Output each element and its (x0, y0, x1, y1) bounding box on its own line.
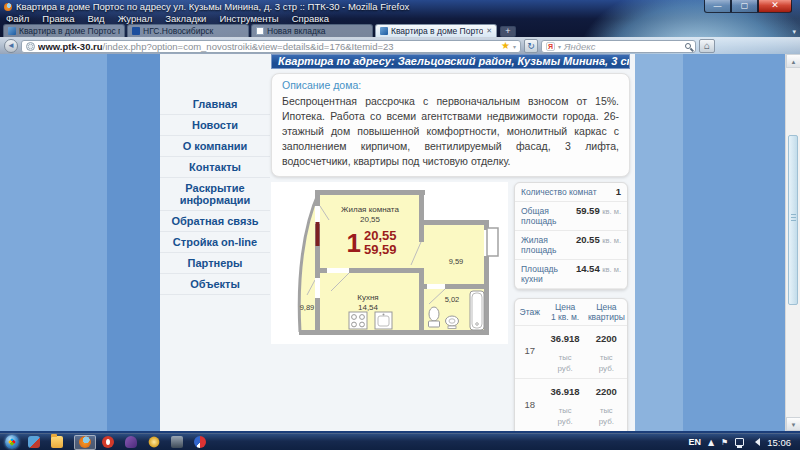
detail-value: 1 (616, 186, 621, 197)
sidebar-item[interactable]: Партнеры (160, 253, 270, 274)
firefox-taskbar-slot[interactable] (74, 435, 96, 450)
home-button[interactable]: ⌂ (699, 39, 715, 53)
bathtub-icon (470, 291, 484, 330)
sidebar-item[interactable]: Обратная связь (160, 211, 270, 232)
language-indicator[interactable]: EN (688, 437, 701, 447)
living-room-label: Жилая комната (341, 205, 399, 214)
description-text: Беспроцентная рассрочка с первоначальным… (282, 94, 619, 169)
stove-icon (349, 312, 367, 329)
scroll-down-icon[interactable]: ▼ (786, 417, 800, 431)
entrance-door (487, 228, 498, 256)
sidebar-item[interactable]: О компании (160, 136, 270, 157)
sidebar-item[interactable]: Стройка on-line (160, 232, 270, 253)
menu-item[interactable]: Закладки (165, 13, 206, 24)
bookmark-star-icon[interactable]: ★ (501, 41, 510, 51)
ptk-favicon-icon (8, 27, 16, 35)
detail-row: Площадь кухни 14.54 кв. м. (515, 260, 627, 289)
search-input[interactable]: Яндекс (564, 41, 682, 52)
close-button[interactable]: ✕ (758, 0, 792, 13)
kitchen-label: Кухня (357, 293, 378, 302)
action-center-flag-icon[interactable]: ⚑ (721, 438, 728, 447)
plan-and-details-row: Жилая комната 20,55 1 20,55 59,59 9,59 К… (271, 182, 630, 433)
app-round-icon[interactable] (194, 436, 206, 448)
price-per-sqm: 36.918 (551, 333, 580, 344)
tab-close-icon[interactable]: ✕ (486, 27, 492, 35)
page-favicon-icon (256, 27, 264, 35)
header-floor: Этаж (517, 307, 543, 317)
firefox-icon[interactable] (79, 436, 91, 448)
yandex-icon: Я (546, 42, 555, 51)
sidebar-item[interactable]: Новости (160, 115, 270, 136)
screen: Квартира в доме Портос по адресу ул. Куз… (0, 0, 800, 450)
sidebar: ГлавнаяНовостиО компанииКонтактыРаскрыти… (160, 54, 270, 431)
tab-apartment-1[interactable]: Квартира в доме Портос по адресу ... (3, 24, 125, 37)
system-tray: EN ▲ ⚑ 15:06 (688, 437, 795, 448)
ptk-favicon-icon (380, 27, 388, 35)
sidebar-item[interactable]: Главная (160, 94, 270, 115)
tab-list-icon[interactable]: ▾ (792, 28, 796, 36)
taskbar-clock[interactable]: 15:06 (767, 437, 791, 448)
explorer-folder-icon[interactable] (51, 436, 63, 448)
url-text[interactable]: www.ptk-30.ru/index.php?option=com_novos… (38, 41, 498, 52)
detail-value: 14.54 (576, 263, 600, 274)
sidebar-item[interactable]: Раскрытие информации (160, 178, 270, 211)
url-dropdown-icon[interactable]: ▾ (513, 43, 516, 50)
opera-icon[interactable] (102, 436, 114, 448)
description-label: Описание дома: (282, 79, 619, 91)
scroll-up-icon[interactable]: ▲ (786, 54, 800, 68)
sidebar-item[interactable]: Объекты (160, 274, 270, 295)
network-icon[interactable] (735, 438, 744, 446)
menu-item[interactable]: Файл (6, 13, 29, 24)
search-icon[interactable] (685, 43, 691, 49)
tab-new[interactable]: Новая вкладка (251, 24, 373, 37)
url-field[interactable]: www.ptk-30.ru/index.php?option=com_novos… (21, 40, 521, 53)
menu-item[interactable]: Журнал (118, 13, 153, 24)
tab-ngs[interactable]: НГС.Новосибирск (127, 24, 249, 37)
volume-icon[interactable] (751, 438, 760, 446)
back-button[interactable]: ◄ (4, 39, 18, 53)
window-title: Квартира в доме Портос по адресу ул. Куз… (16, 1, 409, 12)
plan-living-area: 20,55 (364, 228, 397, 243)
search-field[interactable]: Я ▾ Яндекс (541, 40, 696, 53)
tab-bar: Квартира в доме Портос по адресу ... НГС… (0, 24, 800, 37)
bathroom-area: 5,02 (445, 295, 460, 304)
menu-item[interactable]: Вид (87, 13, 104, 24)
price-apartment: 2200 (596, 333, 617, 344)
search-engine-dropdown-icon[interactable]: ▾ (558, 43, 561, 50)
minimize-button[interactable]: — (704, 0, 731, 13)
start-button[interactable] (5, 435, 19, 449)
menu-item[interactable]: Правка (42, 13, 74, 24)
reload-button[interactable]: ↻ (524, 39, 538, 53)
hall-area: 9,59 (449, 257, 464, 266)
floor-plan-svg: Жилая комната 20,55 1 20,55 59,59 9,59 К… (271, 182, 508, 344)
living-room-area: 20,55 (360, 215, 381, 224)
page-scrollbar[interactable]: ▲ ▼ (785, 54, 800, 431)
app-gold-icon[interactable] (146, 434, 161, 449)
titlebar: Квартира в доме Портос по адресу ул. Куз… (0, 0, 800, 13)
floor-number: 18 (517, 399, 543, 410)
firefox-window-icon (4, 3, 12, 11)
price-apartment: 2200 (596, 386, 617, 397)
app-dark-icon[interactable] (171, 436, 183, 448)
app-purple-icon[interactable] (125, 436, 137, 448)
site-favicon-icon (26, 42, 35, 51)
new-tab-button[interactable]: + (500, 26, 516, 37)
menu-item[interactable]: Инструменты (219, 13, 278, 24)
menu-item[interactable]: Справка (292, 13, 329, 24)
ngs-favicon-icon (132, 27, 140, 35)
toilet-icon (429, 307, 440, 327)
page-viewport: ГлавнаяНовостиО компанииКонтактыРаскрыти… (0, 54, 800, 433)
tray-expand-icon[interactable]: ▲ (708, 438, 714, 447)
main-content: Квартира по адресу: Заельцовский район, … (270, 54, 635, 431)
detail-label: Общая площадь (521, 206, 576, 226)
maximize-button[interactable]: ▢ (731, 0, 758, 13)
riser-marker (316, 222, 320, 246)
tab-apartment-active[interactable]: Квартира в доме Портос по адресу ✕ (375, 24, 497, 37)
scrollbar-thumb[interactable] (788, 135, 798, 305)
price-table-header: Этаж Цена1 кв. м. Ценаквартиры (515, 299, 627, 325)
media-player-icon[interactable] (28, 436, 40, 448)
sidebar-item[interactable]: Контакты (160, 157, 270, 178)
details-column: Количество комнат 1 Общая площадь 59.59 … (514, 182, 628, 433)
floor-number: 17 (517, 345, 543, 356)
page-title: Квартира по адресу: Заельцовский район, … (271, 54, 630, 69)
